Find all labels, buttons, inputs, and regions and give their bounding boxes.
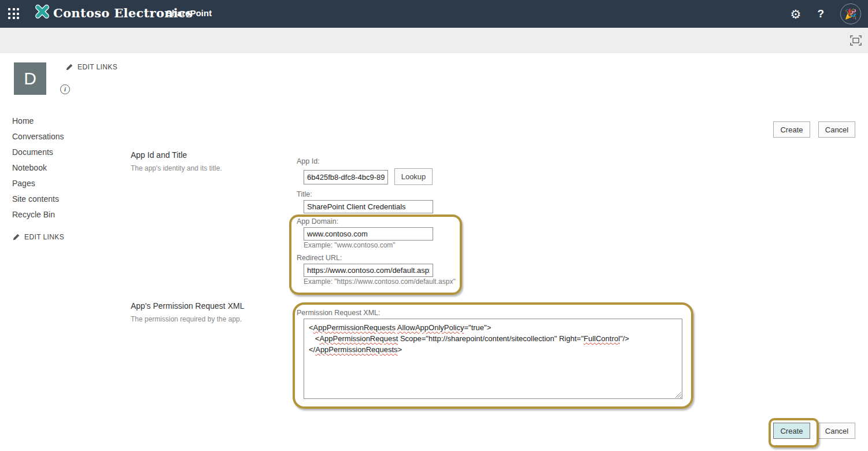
- pencil-icon: [12, 233, 20, 241]
- sidebar-item-notebook[interactable]: Notebook: [12, 160, 64, 176]
- info-icon[interactable]: i: [60, 84, 70, 94]
- suite-bar: Contoso Electronics SharePoint ⚙ ? 🎉: [0, 0, 868, 28]
- sidebar-item-documents[interactable]: Documents: [12, 145, 64, 160]
- site-logo-tile[interactable]: D: [14, 62, 46, 95]
- redirect-url-example: Example: "https://www.contoso.com/defaul…: [304, 278, 456, 286]
- lookup-button[interactable]: Lookup: [394, 168, 433, 185]
- sidebar-item-home[interactable]: Home: [12, 113, 64, 129]
- product-name: SharePoint: [166, 8, 212, 18]
- contoso-logo-icon: [35, 4, 50, 21]
- edit-links-top[interactable]: EDIT LINKS: [65, 63, 117, 71]
- appregnew-page: Contoso Electronics SharePoint ⚙ ? 🎉 D E…: [0, 0, 868, 451]
- permission-xml-label: Permission Request XML:: [297, 309, 381, 317]
- sidebar-item-site-contents[interactable]: Site contents: [12, 191, 64, 207]
- redirect-url-label: Redirect URL:: [297, 254, 342, 262]
- sidebar-item-recycle-bin[interactable]: Recycle Bin: [12, 207, 64, 223]
- left-navigation: Home Conversations Documents Notebook Pa…: [12, 113, 64, 223]
- permission-xml-textarea[interactable]: <AppPermissionRequests AllowAppOnlyPolic…: [304, 319, 682, 399]
- focus-mode-icon[interactable]: [850, 35, 862, 46]
- command-bar: [0, 28, 868, 53]
- settings-gear-icon[interactable]: ⚙: [791, 8, 801, 20]
- cancel-button-top[interactable]: Cancel: [818, 121, 855, 138]
- create-button-bottom[interactable]: Create: [773, 423, 810, 439]
- section-title-permissions: App's Permission Request XML: [131, 301, 244, 310]
- app-id-input[interactable]: [304, 170, 388, 184]
- app-launcher-icon[interactable]: [8, 8, 20, 20]
- edit-links-label: EDIT LINKS: [77, 63, 117, 71]
- app-domain-label: App Domain:: [297, 217, 338, 226]
- title-input[interactable]: [304, 200, 433, 213]
- section-desc-permissions: The permission required by the app.: [131, 315, 242, 323]
- pencil-icon: [65, 63, 73, 71]
- permission-xml-content: <AppPermissionRequests AllowAppOnlyPolic…: [309, 322, 677, 355]
- title-label: Title:: [297, 190, 312, 198]
- edit-links-label: EDIT LINKS: [24, 233, 64, 241]
- redirect-url-input[interactable]: [304, 264, 433, 277]
- edit-links-bottom[interactable]: EDIT LINKS: [12, 233, 64, 241]
- resize-grip[interactable]: [675, 391, 681, 398]
- create-button-top[interactable]: Create: [773, 121, 810, 138]
- section-title-identity: App Id and Title: [131, 150, 187, 160]
- sidebar-item-pages[interactable]: Pages: [12, 176, 64, 191]
- app-domain-input[interactable]: [304, 227, 433, 241]
- app-id-label: App Id:: [297, 157, 320, 165]
- help-icon[interactable]: ?: [817, 8, 824, 20]
- sidebar-item-conversations[interactable]: Conversations: [12, 129, 64, 145]
- app-domain-example: Example: "www.contoso.com": [304, 241, 396, 249]
- user-avatar[interactable]: 🎉: [840, 3, 861, 24]
- section-desc-identity: The app's identity and its title.: [131, 164, 222, 172]
- cancel-button-bottom[interactable]: Cancel: [818, 423, 855, 439]
